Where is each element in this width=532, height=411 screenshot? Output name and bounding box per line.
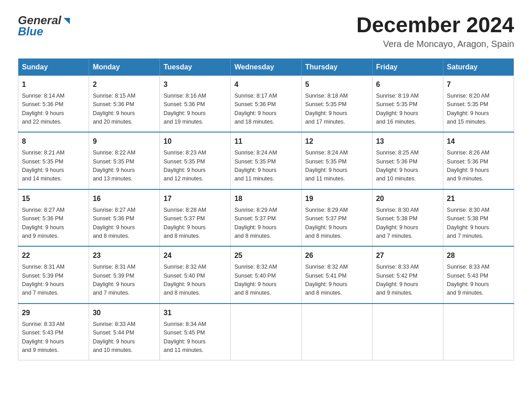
day-info: Sunrise: 8:21 AM Sunset: 5:35 PM Dayligh…: [22, 149, 85, 184]
day-info: Sunrise: 8:33 AM Sunset: 5:42 PM Dayligh…: [376, 263, 439, 298]
day-info: Sunrise: 8:34 AM Sunset: 5:45 PM Dayligh…: [163, 320, 227, 355]
day-info: Sunrise: 8:30 AM Sunset: 5:38 PM Dayligh…: [376, 206, 439, 241]
day-info: Sunrise: 8:33 AM Sunset: 5:44 PM Dayligh…: [93, 320, 156, 355]
calendar-cell: 20 Sunrise: 8:30 AM Sunset: 5:38 PM Dayl…: [372, 189, 443, 247]
calendar-cell: 2 Sunrise: 8:15 AM Sunset: 5:36 PM Dayli…: [89, 76, 160, 133]
calendar-cell: 16 Sunrise: 8:27 AM Sunset: 5:36 PM Dayl…: [89, 189, 160, 247]
day-number: 31: [163, 308, 227, 318]
day-info: Sunrise: 8:18 AM Sunset: 5:35 PM Dayligh…: [305, 92, 369, 127]
day-info: Sunrise: 8:31 AM Sunset: 5:39 PM Dayligh…: [22, 263, 85, 298]
month-year-title: December 2024: [356, 13, 514, 37]
calendar-cell: 19 Sunrise: 8:29 AM Sunset: 5:37 PM Dayl…: [301, 189, 372, 247]
logo-arrow-icon: [62, 16, 72, 26]
logo-blue-text: Blue: [18, 25, 43, 39]
calendar-table: Sunday Monday Tuesday Wednesday Thursday…: [18, 58, 514, 361]
day-info: Sunrise: 8:20 AM Sunset: 5:35 PM Dayligh…: [447, 92, 510, 127]
calendar-cell: 29 Sunrise: 8:33 AM Sunset: 5:43 PM Dayl…: [18, 304, 89, 360]
calendar-week-5: 29 Sunrise: 8:33 AM Sunset: 5:43 PM Dayl…: [18, 304, 514, 360]
day-info: Sunrise: 8:33 AM Sunset: 5:43 PM Dayligh…: [447, 263, 510, 298]
day-number: 19: [305, 193, 369, 204]
calendar-cell: 8 Sunrise: 8:21 AM Sunset: 5:35 PM Dayli…: [18, 132, 89, 189]
day-info: Sunrise: 8:32 AM Sunset: 5:40 PM Dayligh…: [163, 263, 227, 298]
day-info: Sunrise: 8:29 AM Sunset: 5:37 PM Dayligh…: [234, 206, 297, 241]
calendar-cell: 10 Sunrise: 8:23 AM Sunset: 5:35 PM Dayl…: [160, 132, 231, 189]
calendar-cell: 27 Sunrise: 8:33 AM Sunset: 5:42 PM Dayl…: [372, 246, 443, 304]
day-info: Sunrise: 8:29 AM Sunset: 5:37 PM Dayligh…: [305, 206, 369, 241]
col-sunday: Sunday: [18, 58, 89, 76]
calendar-cell: 3 Sunrise: 8:16 AM Sunset: 5:36 PM Dayli…: [160, 76, 231, 133]
day-info: Sunrise: 8:24 AM Sunset: 5:35 PM Dayligh…: [234, 149, 297, 184]
calendar-cell: 15 Sunrise: 8:27 AM Sunset: 5:36 PM Dayl…: [18, 189, 89, 247]
calendar-cell: 30 Sunrise: 8:33 AM Sunset: 5:44 PM Dayl…: [89, 304, 160, 360]
day-number: 24: [163, 250, 227, 261]
calendar-cell: 6 Sunrise: 8:19 AM Sunset: 5:35 PM Dayli…: [372, 76, 443, 133]
day-number: 9: [93, 136, 156, 147]
day-info: Sunrise: 8:31 AM Sunset: 5:39 PM Dayligh…: [93, 263, 156, 298]
day-info: Sunrise: 8:32 AM Sunset: 5:41 PM Dayligh…: [305, 263, 369, 298]
day-info: Sunrise: 8:19 AM Sunset: 5:35 PM Dayligh…: [376, 92, 439, 127]
calendar-cell: 18 Sunrise: 8:29 AM Sunset: 5:37 PM Dayl…: [231, 189, 301, 247]
day-number: 11: [234, 136, 297, 147]
calendar-cell: 21 Sunrise: 8:30 AM Sunset: 5:38 PM Dayl…: [443, 189, 514, 247]
title-block: December 2024 Vera de Moncayo, Aragon, S…: [356, 13, 514, 49]
calendar-cell: [231, 304, 301, 360]
day-info: Sunrise: 8:27 AM Sunset: 5:36 PM Dayligh…: [22, 206, 85, 241]
day-number: 5: [305, 79, 369, 90]
calendar-cell: [443, 304, 514, 360]
day-info: Sunrise: 8:25 AM Sunset: 5:36 PM Dayligh…: [376, 149, 439, 184]
calendar-cell: 4 Sunrise: 8:17 AM Sunset: 5:36 PM Dayli…: [231, 76, 301, 133]
calendar-cell: 31 Sunrise: 8:34 AM Sunset: 5:45 PM Dayl…: [160, 304, 231, 360]
calendar-cell: 1 Sunrise: 8:14 AM Sunset: 5:36 PM Dayli…: [18, 76, 89, 133]
calendar-week-4: 22 Sunrise: 8:31 AM Sunset: 5:39 PM Dayl…: [18, 246, 514, 304]
day-number: 16: [93, 193, 156, 204]
calendar-cell: 11 Sunrise: 8:24 AM Sunset: 5:35 PM Dayl…: [231, 132, 301, 189]
day-number: 26: [305, 250, 369, 261]
calendar-cell: 7 Sunrise: 8:20 AM Sunset: 5:35 PM Dayli…: [443, 76, 514, 133]
day-info: Sunrise: 8:28 AM Sunset: 5:37 PM Dayligh…: [163, 206, 227, 241]
calendar-cell: 23 Sunrise: 8:31 AM Sunset: 5:39 PM Dayl…: [89, 246, 160, 304]
day-number: 25: [234, 250, 297, 261]
col-monday: Monday: [89, 58, 160, 76]
day-info: Sunrise: 8:16 AM Sunset: 5:36 PM Dayligh…: [163, 92, 227, 127]
location-subtitle: Vera de Moncayo, Aragon, Spain: [356, 39, 514, 49]
logo: General Blue: [18, 13, 72, 39]
calendar-week-2: 8 Sunrise: 8:21 AM Sunset: 5:35 PM Dayli…: [18, 132, 514, 189]
day-number: 1: [22, 79, 85, 90]
day-info: Sunrise: 8:27 AM Sunset: 5:36 PM Dayligh…: [93, 206, 156, 241]
day-number: 30: [93, 308, 156, 318]
day-info: Sunrise: 8:30 AM Sunset: 5:38 PM Dayligh…: [447, 206, 510, 241]
day-number: 22: [22, 250, 85, 261]
day-number: 28: [447, 250, 510, 261]
calendar-cell: 22 Sunrise: 8:31 AM Sunset: 5:39 PM Dayl…: [18, 246, 89, 304]
calendar-week-1: 1 Sunrise: 8:14 AM Sunset: 5:36 PM Dayli…: [18, 76, 514, 133]
day-number: 18: [234, 193, 297, 204]
day-number: 23: [93, 250, 156, 261]
day-number: 13: [376, 136, 439, 147]
day-number: 21: [447, 193, 510, 204]
col-saturday: Saturday: [443, 58, 514, 76]
day-number: 3: [163, 79, 227, 90]
day-info: Sunrise: 8:32 AM Sunset: 5:40 PM Dayligh…: [234, 263, 297, 298]
day-number: 4: [234, 79, 297, 90]
day-number: 8: [22, 136, 85, 147]
day-number: 10: [163, 136, 227, 147]
day-number: 12: [305, 136, 369, 147]
calendar-cell: 5 Sunrise: 8:18 AM Sunset: 5:35 PM Dayli…: [301, 76, 372, 133]
day-info: Sunrise: 8:22 AM Sunset: 5:35 PM Dayligh…: [93, 149, 156, 184]
calendar-cell: 24 Sunrise: 8:32 AM Sunset: 5:40 PM Dayl…: [160, 246, 231, 304]
day-number: 29: [22, 308, 85, 318]
calendar-cell: 13 Sunrise: 8:25 AM Sunset: 5:36 PM Dayl…: [372, 132, 443, 189]
day-number: 15: [22, 193, 85, 204]
day-number: 27: [376, 250, 439, 261]
day-info: Sunrise: 8:33 AM Sunset: 5:43 PM Dayligh…: [22, 320, 85, 355]
svg-marker-0: [64, 18, 70, 24]
day-number: 14: [447, 136, 510, 147]
day-info: Sunrise: 8:15 AM Sunset: 5:36 PM Dayligh…: [93, 92, 156, 127]
calendar-cell: 9 Sunrise: 8:22 AM Sunset: 5:35 PM Dayli…: [89, 132, 160, 189]
calendar-cell: [372, 304, 443, 360]
day-info: Sunrise: 8:24 AM Sunset: 5:35 PM Dayligh…: [305, 149, 369, 184]
calendar-cell: 12 Sunrise: 8:24 AM Sunset: 5:35 PM Dayl…: [301, 132, 372, 189]
col-tuesday: Tuesday: [160, 58, 231, 76]
day-number: 2: [93, 79, 156, 90]
calendar-cell: 28 Sunrise: 8:33 AM Sunset: 5:43 PM Dayl…: [443, 246, 514, 304]
